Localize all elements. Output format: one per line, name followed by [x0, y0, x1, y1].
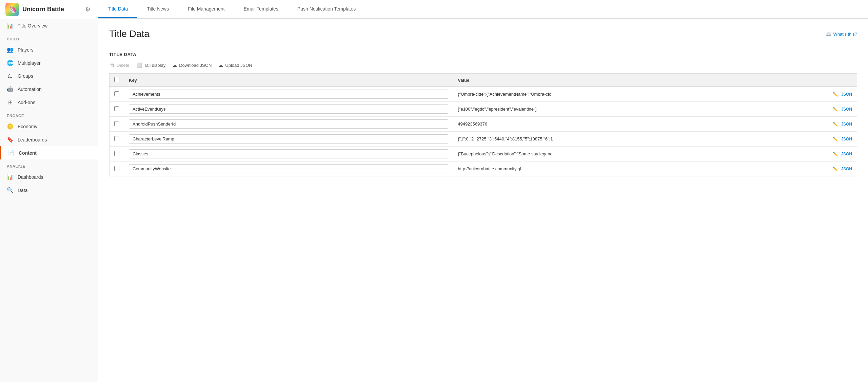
select-all-checkbox[interactable] [114, 77, 119, 82]
sidebar-item-economy[interactable]: 🪙 Economy [0, 120, 98, 133]
row-key-cell-5 [124, 161, 453, 176]
tab-title-data[interactable]: Title Data [98, 0, 137, 18]
key-input-3[interactable] [129, 134, 448, 144]
download-icon: ☁ [172, 62, 177, 68]
row-actions-cell-2: ✏️JSON [826, 117, 857, 132]
sidebar-item-title-overview[interactable]: 📊 Title Overview [0, 19, 98, 32]
delete-button[interactable]: 🗑 Delete [109, 61, 130, 69]
value-text-2: 494923569376 [458, 121, 654, 127]
value-text-1: ["e100","egdc","epresident","evalentine"… [458, 107, 654, 112]
row-value-cell-4: {"Bucephelous":{"Description":"Some say … [453, 147, 826, 161]
sidebar-item-multiplayer[interactable]: 🌐 Multiplayer [0, 56, 98, 70]
json-link-5[interactable]: JSON [841, 167, 852, 171]
tab-file-management[interactable]: File Management [178, 0, 234, 18]
tab-title-news[interactable]: Title News [137, 0, 178, 18]
row-value-cell-3: {"1":0,"2":2725,"3":5440,"4":8155,"5":10… [453, 132, 826, 147]
row-checkbox-1[interactable] [114, 106, 119, 111]
sidebar-label-groups: Groups [18, 73, 33, 79]
header-checkbox-cell [110, 74, 124, 87]
json-link-1[interactable]: JSON [841, 107, 852, 112]
edit-icon-0[interactable]: ✏️ [833, 92, 838, 97]
edit-icon-3[interactable]: ✏️ [833, 137, 838, 141]
sidebar-label-content: Content [19, 150, 37, 156]
economy-icon: 🪙 [7, 123, 14, 130]
json-link-3[interactable]: JSON [841, 137, 852, 141]
sidebar-label-economy: Economy [18, 124, 37, 129]
row-value-cell-1: ["e100","egdc","epresident","evalentine"… [453, 102, 826, 117]
table-row: 494923569376 ✏️JSON [110, 117, 857, 132]
sidebar-label-players: Players [18, 47, 34, 53]
leaderboards-icon: 🔖 [7, 136, 14, 143]
json-link-4[interactable]: JSON [841, 152, 852, 156]
page-header: Title Data 📖 What's this? [98, 19, 868, 45]
key-input-0[interactable] [129, 90, 448, 99]
row-value-cell-2: 494923569376 [453, 117, 826, 132]
tall-display-button[interactable]: ⬜ Tall display [136, 61, 166, 69]
edit-icon-2[interactable]: ✏️ [833, 122, 838, 127]
sidebar-item-dashboards[interactable]: 📊 Dashboards [0, 170, 98, 184]
page-title: Title Data [109, 28, 150, 39]
whats-this-link[interactable]: 📖 What's this? [826, 31, 857, 37]
section-title: TITLE DATA [109, 52, 857, 57]
edit-icon-4[interactable]: ✏️ [833, 152, 838, 156]
sidebar-item-leaderboards[interactable]: 🔖 Leaderboards [0, 133, 98, 146]
table-row: {"1":0,"2":2725,"3":5440,"4":8155,"5":10… [110, 132, 857, 147]
key-input-5[interactable] [129, 164, 448, 173]
tab-push-notification[interactable]: Push Notification Templates [288, 0, 366, 18]
groups-icon: 🗂 [7, 73, 14, 79]
json-link-2[interactable]: JSON [841, 122, 852, 127]
sidebar-item-groups[interactable]: 🗂 Groups [0, 70, 98, 82]
edit-icon-5[interactable]: ✏️ [833, 167, 838, 171]
key-input-2[interactable] [129, 119, 448, 129]
toolbar: 🗑 Delete ⬜ Tall display ☁ Download JSON … [109, 61, 857, 69]
json-link-0[interactable]: JSON [841, 92, 852, 97]
row-key-cell-0 [124, 87, 453, 102]
value-text-0: {"Umbra-cide":{"AchievementName":"Umbra-… [458, 92, 654, 97]
title-data-section: TITLE DATA 🗑 Delete ⬜ Tall display ☁ Dow… [98, 45, 868, 183]
key-input-4[interactable] [129, 149, 448, 158]
sidebar: 📊 Title Overview BUILD 👥 Players 🌐 Multi… [0, 19, 98, 382]
sidebar-item-add-ons[interactable]: ⊞ Add-ons [0, 96, 98, 109]
row-checkbox-cell-2 [110, 117, 124, 132]
row-key-cell-1 [124, 102, 453, 117]
sidebar-item-data[interactable]: 🔍 Data [0, 184, 98, 197]
row-key-cell-4 [124, 147, 453, 161]
row-actions-cell-5: ✏️JSON [826, 161, 857, 176]
row-checkbox-2[interactable] [114, 121, 119, 126]
sidebar-item-automation[interactable]: 🤖 Automation [0, 82, 98, 96]
tab-email-templates[interactable]: Email Templates [234, 0, 288, 18]
row-checkbox-cell-3 [110, 132, 124, 147]
content-area: Title Data 📖 What's this? TITLE DATA 🗑 D… [98, 19, 868, 382]
dashboards-icon: 📊 [7, 174, 14, 180]
sidebar-item-players[interactable]: 👥 Players [0, 43, 98, 56]
data-icon: 🔍 [7, 187, 14, 193]
row-checkbox-3[interactable] [114, 136, 119, 141]
header-key: Key [124, 74, 453, 87]
row-checkbox-4[interactable] [114, 151, 119, 156]
app-name: Unicorn Battle [22, 6, 64, 13]
download-json-button[interactable]: ☁ Download JSON [172, 61, 212, 69]
upload-json-button[interactable]: ☁ Upload JSON [218, 61, 253, 69]
settings-gear-button[interactable]: ⚙ [83, 4, 93, 15]
row-actions-cell-0: ✏️JSON [826, 87, 857, 102]
players-icon: 👥 [7, 46, 14, 53]
row-checkbox-5[interactable] [114, 166, 119, 171]
table-row: ["e100","egdc","epresident","evalentine"… [110, 102, 857, 117]
tall-display-icon: ⬜ [136, 62, 142, 68]
book-icon: 📖 [826, 31, 831, 37]
edit-icon-1[interactable]: ✏️ [833, 107, 838, 112]
content-icon: 📄 [8, 150, 15, 156]
row-key-cell-3 [124, 132, 453, 147]
sidebar-label-title-overview: Title Overview [18, 23, 47, 28]
sidebar-item-content[interactable]: 📄 Content [0, 146, 98, 159]
table-row: http://unicornbattle.community.gl ✏️JSON [110, 161, 857, 176]
row-checkbox-cell-1 [110, 102, 124, 117]
row-checkbox-0[interactable] [114, 91, 119, 96]
row-actions-cell-3: ✏️JSON [826, 132, 857, 147]
table-row: {"Umbra-cide":{"AchievementName":"Umbra-… [110, 87, 857, 102]
key-input-1[interactable] [129, 104, 448, 114]
table-body: {"Umbra-cide":{"AchievementName":"Umbra-… [110, 87, 857, 176]
sidebar-section-build: BUILD [0, 32, 98, 43]
sidebar-label-automation: Automation [18, 87, 42, 92]
addons-icon: ⊞ [7, 99, 14, 106]
